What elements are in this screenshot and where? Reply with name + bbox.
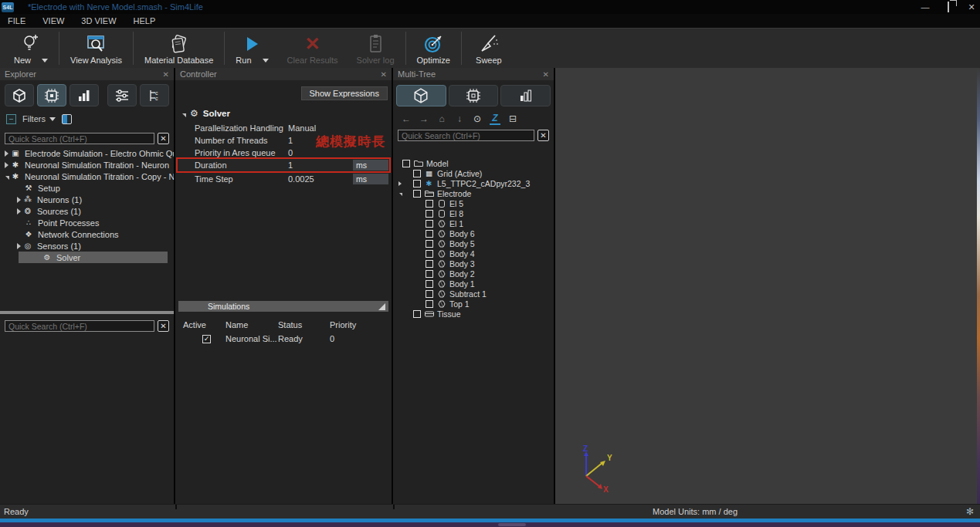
model-tree-item-el1[interactable]: El 1	[393, 218, 554, 228]
visibility-checkbox[interactable]	[426, 280, 433, 288]
visibility-checkbox[interactable]	[426, 290, 433, 298]
expander-icon[interactable]	[3, 150, 10, 157]
simulation-row[interactable]: ✓ Neuronal Si... Ready 0	[175, 332, 392, 346]
optimize-button[interactable]: Optimize	[408, 29, 459, 68]
filters-checkbox[interactable]: –	[6, 114, 16, 124]
down-arrow-icon[interactable]: ↓	[454, 113, 465, 124]
tree-item-setup[interactable]: ⚒Setup	[0, 182, 174, 194]
visibility-checkbox[interactable]	[426, 240, 433, 248]
show-expressions-button[interactable]: Show Expressions	[301, 86, 388, 100]
solver-log-button[interactable]: Solver log	[348, 29, 404, 68]
model-tree-item-body1[interactable]: Body 1	[393, 279, 554, 289]
property-value[interactable]: 1	[288, 160, 353, 170]
multitree-search-clear-button[interactable]: ✕	[537, 130, 549, 141]
model-tree-item-body5[interactable]: Body 5	[393, 238, 554, 248]
filters-dropdown[interactable]: Filters	[22, 114, 56, 123]
material-database-button[interactable]: Material Database	[135, 29, 222, 68]
model-tree-item-tissue[interactable]: Tissue	[393, 309, 554, 319]
property-row-duration[interactable]: Duration 1 ms	[178, 159, 389, 171]
unit-dropdown[interactable]: ms	[353, 174, 388, 184]
tree-item-neuronal-simulation-copy[interactable]: ✱Neuronal Simulation Titration - Copy - …	[0, 171, 174, 182]
run-button[interactable]: Run	[226, 29, 277, 68]
run-dropdown-arrow[interactable]	[263, 59, 269, 62]
explorer-hierarchy-button[interactable]: cc	[140, 84, 169, 106]
sweep-button[interactable]: Sweep	[463, 29, 514, 68]
visibility-checkbox[interactable]	[426, 220, 433, 228]
tree-item-electrode-simulation[interactable]: ▣Electrode Simulation - Electro Ohmic Qu…	[0, 147, 174, 159]
expander-icon[interactable]	[15, 197, 22, 203]
expander-icon[interactable]	[15, 208, 22, 215]
simulations-section-header[interactable]: Simulations	[178, 301, 388, 312]
clear-results-button[interactable]: ✕ Clear Results	[278, 29, 348, 68]
model-tree-item-body4[interactable]: Body 4	[393, 248, 554, 258]
active-checkbox[interactable]: ✓	[202, 335, 211, 343]
minimize-button[interactable]: —	[920, 2, 931, 12]
model-tree-item-el8[interactable]: El 8	[393, 208, 554, 218]
eye-visibility-icon[interactable]: ⊙	[472, 113, 483, 124]
explorer-model-tab[interactable]	[5, 84, 34, 106]
property-value[interactable]: Manual	[288, 123, 389, 133]
visibility-checkbox[interactable]	[413, 180, 421, 187]
visibility-checkbox[interactable]	[426, 200, 433, 208]
zoom-to-selection-icon[interactable]: Z	[490, 113, 500, 125]
collapse-all-icon[interactable]: ⊟	[507, 113, 518, 124]
model-tree-item-body6[interactable]: Body 6	[393, 228, 554, 238]
tree-item-neuronal-simulation[interactable]: ✱Neuronal Simulation Titration - Neuron	[0, 159, 174, 171]
tree-item-sources[interactable]: ❂Sources (1)	[0, 205, 174, 217]
explorer-close-icon[interactable]: ✕	[163, 70, 169, 79]
menu-view[interactable]: VIEW	[42, 16, 64, 25]
model-tree-item-electrode[interactable]: Electrode	[393, 188, 554, 198]
model-tree-item-neuron[interactable]: ✱L5_TTPC2_cADpyr232_3	[393, 178, 554, 188]
model-tree-item-body3[interactable]: Body 3	[393, 258, 554, 269]
expander-icon[interactable]	[396, 192, 404, 195]
multitree-close-icon[interactable]: ✕	[543, 70, 549, 79]
explorer-lower-search-input[interactable]	[5, 320, 154, 332]
visibility-checkbox[interactable]	[426, 270, 433, 278]
expander-icon[interactable]	[3, 174, 10, 178]
expander-icon[interactable]	[3, 162, 10, 168]
view-analysis-button[interactable]: View Analysis	[61, 29, 131, 68]
visibility-checkbox[interactable]	[426, 300, 433, 308]
multitree-search-input[interactable]	[398, 130, 534, 141]
model-tree-item-subtract1[interactable]: Subtract 1	[393, 289, 554, 299]
visibility-checkbox[interactable]	[413, 190, 421, 198]
property-row-time-step[interactable]: Time Step 0.0025 ms	[178, 173, 389, 185]
visibility-checkbox[interactable]	[426, 250, 433, 258]
expander-icon[interactable]	[15, 243, 22, 249]
tree-item-sensors[interactable]: ◎Sensors (1)	[0, 240, 174, 252]
expander-icon[interactable]	[396, 181, 404, 186]
split-view-icon[interactable]	[62, 114, 72, 124]
viewport-3d[interactable]: Z Y X	[555, 68, 980, 504]
restore-button[interactable]	[943, 2, 954, 12]
property-value[interactable]: 0.0025	[288, 174, 353, 184]
menu-3d-view[interactable]: 3D VIEW	[81, 16, 116, 25]
forward-arrow-icon[interactable]: →	[419, 113, 429, 124]
explorer-search-input[interactable]	[5, 133, 154, 144]
model-tree-item-model[interactable]: Model	[393, 158, 554, 168]
back-arrow-icon[interactable]: ←	[401, 113, 412, 124]
explorer-simulation-tab[interactable]	[37, 84, 66, 106]
visibility-checkbox[interactable]	[413, 170, 421, 177]
home-icon[interactable]: ⌂	[436, 113, 447, 124]
multitree-analysis-tab[interactable]	[500, 85, 551, 106]
model-tree-item-body2[interactable]: Body 2	[393, 269, 554, 279]
explorer-search-clear-button[interactable]: ✕	[158, 133, 169, 144]
explorer-lower-search-clear-button[interactable]: ✕	[158, 320, 169, 332]
explorer-analysis-tab[interactable]	[70, 84, 99, 106]
controller-close-icon[interactable]: ✕	[381, 70, 387, 79]
new-button[interactable]: New	[5, 29, 57, 68]
close-button[interactable]: ✕	[966, 2, 977, 12]
visibility-checkbox[interactable]	[413, 310, 421, 318]
multitree-simulation-tab[interactable]	[449, 85, 499, 106]
unit-dropdown[interactable]: ms	[353, 160, 388, 171]
menu-file[interactable]: FILE	[8, 16, 25, 25]
new-dropdown-arrow[interactable]	[42, 59, 48, 62]
model-tree-item-top1[interactable]: Top 1	[393, 299, 554, 309]
tree-item-solver[interactable]: ⚙Solver	[19, 252, 168, 263]
visibility-checkbox[interactable]	[426, 210, 433, 218]
tree-item-point-processes[interactable]: ∴Point Processes	[0, 217, 174, 228]
multitree-model-tab[interactable]	[396, 85, 446, 106]
explorer-properties-button[interactable]	[107, 84, 137, 106]
model-tree-item-grid[interactable]: ▦Grid (Active)	[393, 168, 554, 178]
model-tree-item-el5[interactable]: El 5	[393, 198, 554, 208]
